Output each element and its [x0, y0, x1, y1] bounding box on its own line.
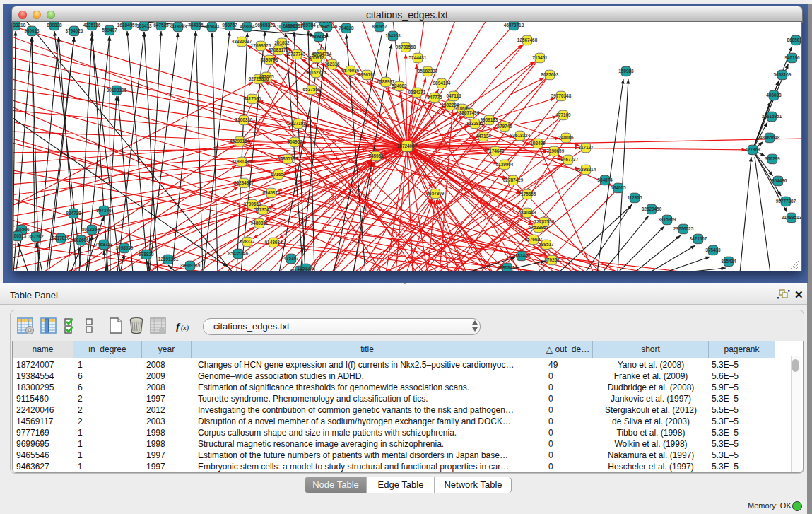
svg-text:8087603: 8087603 [541, 72, 559, 77]
svg-text:85435346: 85435346 [228, 251, 249, 256]
svg-text:24896383: 24896383 [283, 23, 303, 28]
svg-text:3315869: 3315869 [659, 217, 676, 222]
svg-text:43320037: 43320037 [232, 39, 252, 44]
svg-text:5744431: 5744431 [409, 55, 427, 60]
svg-text:62729806: 62729806 [249, 76, 269, 81]
svg-text:305641: 305641 [204, 24, 220, 29]
svg-text:880957: 880957 [372, 24, 387, 29]
svg-text:904966: 904966 [287, 139, 302, 144]
svg-text:671657: 671657 [271, 172, 286, 177]
svg-text:289517: 289517 [539, 242, 554, 247]
svg-text:9480831: 9480831 [251, 221, 269, 226]
svg-text:427868: 427868 [745, 147, 760, 152]
svg-text:406088: 406088 [766, 93, 782, 98]
svg-text:745961: 745961 [368, 153, 384, 158]
svg-text:(x): (x) [181, 324, 189, 332]
svg-text:8657809: 8657809 [427, 191, 445, 196]
svg-text:31931491: 31931491 [232, 159, 252, 164]
svg-text:947775: 947775 [427, 95, 442, 100]
svg-text:715451: 715451 [532, 55, 548, 60]
svg-text:366299: 366299 [765, 156, 780, 161]
svg-text:047116: 047116 [447, 93, 461, 98]
svg-text:45299124: 45299124 [230, 139, 250, 144]
svg-text:524082: 524082 [392, 83, 407, 88]
svg-text:9096705: 9096705 [358, 72, 376, 77]
svg-text:704828: 704828 [339, 25, 354, 30]
svg-text:154303: 154303 [385, 33, 401, 38]
svg-text:05865185: 05865185 [278, 156, 298, 161]
svg-text:5876036: 5876036 [342, 68, 360, 73]
svg-text:1182449: 1182449 [513, 253, 531, 258]
svg-text:02787429: 02787429 [503, 177, 524, 182]
svg-text:7175655: 7175655 [519, 192, 536, 197]
svg-text:112805: 112805 [628, 195, 642, 200]
svg-text:678377: 678377 [240, 239, 255, 244]
svg-text:49808412: 49808412 [498, 265, 518, 270]
svg-text:317127: 317127 [578, 145, 594, 150]
svg-text:77190659: 77190659 [544, 148, 565, 153]
svg-text:0084271: 0084271 [408, 90, 426, 95]
svg-text:0139904: 0139904 [496, 162, 514, 167]
svg-text:6804436: 6804436 [770, 178, 787, 183]
svg-text:3421607: 3421607 [690, 236, 707, 241]
svg-text:01845146: 01845146 [317, 24, 338, 29]
svg-text:38677496: 38677496 [459, 110, 480, 115]
svg-text:5698169: 5698169 [774, 72, 792, 77]
svg-text:423884: 423884 [240, 24, 255, 29]
svg-text:5273545: 5273545 [254, 207, 272, 212]
svg-text:0143634: 0143634 [265, 240, 283, 245]
svg-text:35615951: 35615951 [762, 114, 782, 119]
svg-text:48465648: 48465648 [760, 135, 780, 140]
svg-text:18724007: 18724007 [397, 144, 418, 148]
svg-text:940196: 940196 [784, 55, 800, 60]
svg-text:11718227: 11718227 [314, 22, 335, 24]
svg-text:96965328: 96965328 [255, 23, 276, 28]
svg-text:8727743: 8727743 [288, 52, 306, 57]
svg-text:6537556: 6537556 [303, 87, 321, 92]
svg-text:679740: 679740 [497, 124, 512, 129]
svg-text:534874: 534874 [597, 177, 613, 182]
svg-text:95777387: 95777387 [776, 199, 796, 204]
svg-text:95788568: 95788568 [396, 45, 416, 49]
svg-text:3799650: 3799650 [244, 201, 261, 206]
svg-text:447134: 447134 [476, 134, 491, 139]
svg-text:6945314: 6945314 [263, 190, 281, 195]
svg-text:0576627: 0576627 [525, 237, 543, 242]
svg-text:669784: 669784 [300, 23, 316, 28]
svg-text:21489513: 21489513 [782, 215, 801, 220]
svg-text:48467737: 48467737 [558, 157, 579, 162]
svg-text:23226025: 23226025 [673, 226, 694, 231]
svg-text:5840449: 5840449 [519, 210, 536, 215]
svg-text:1232812: 1232812 [466, 121, 484, 126]
svg-text:164005: 164005 [611, 185, 626, 190]
svg-text:362316: 362316 [324, 62, 340, 66]
svg-text:248086: 248086 [558, 135, 574, 140]
svg-text:26398214: 26398214 [576, 167, 596, 172]
svg-text:477109: 477109 [555, 112, 571, 117]
svg-text:102499: 102499 [530, 141, 546, 146]
svg-text:375433: 375433 [705, 247, 721, 252]
svg-text:365414: 365414 [721, 259, 736, 264]
svg-text:90162720: 90162720 [306, 70, 326, 75]
svg-text:93618324: 93618324 [510, 133, 531, 138]
svg-text:87083172: 87083172 [269, 47, 289, 52]
svg-text:9894134: 9894134 [433, 81, 451, 86]
svg-text:35182337: 35182337 [418, 69, 438, 74]
svg-text:1354278: 1354278 [298, 266, 315, 271]
svg-text:7174648: 7174648 [487, 148, 505, 153]
svg-text:150983: 150983 [618, 69, 634, 74]
svg-text:8895798: 8895798 [261, 57, 278, 62]
svg-text:201632: 201632 [274, 40, 290, 45]
svg-text:23271937: 23271937 [288, 121, 309, 126]
svg-text:59770348: 59770348 [551, 93, 572, 98]
svg-text:870262: 870262 [544, 257, 560, 262]
svg-text:8685014: 8685014 [787, 37, 801, 42]
svg-text:3100330: 3100330 [235, 117, 253, 122]
svg-text:953767: 953767 [222, 23, 237, 28]
svg-text:455812: 455812 [309, 55, 324, 60]
svg-text:12567468: 12567468 [517, 37, 538, 42]
svg-text:46578713: 46578713 [504, 23, 524, 28]
svg-text:475107: 475107 [283, 256, 299, 261]
svg-text:67533963: 67533963 [529, 225, 549, 230]
svg-text:f: f [176, 321, 181, 332]
